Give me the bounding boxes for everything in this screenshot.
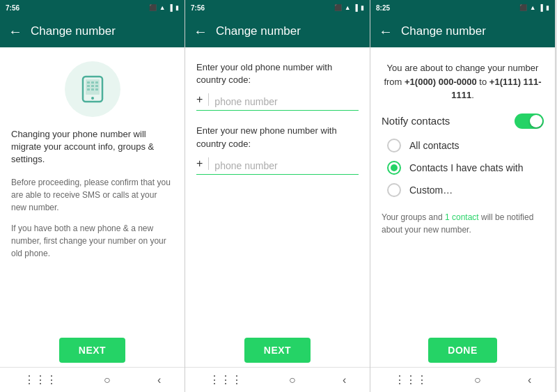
status-bar-1: 7:56 ⬛ ▲ ▐ ▮ [0, 0, 185, 15]
signal-icon-2: ▐ [354, 4, 358, 11]
wifi-icon-2: ▲ [345, 4, 351, 11]
time-3: 8:25 [376, 4, 390, 12]
nav-back-icon-3[interactable]: ‹ [528, 374, 531, 386]
battery-icon-2: ▮ [361, 4, 364, 11]
svg-rect-3 [87, 81, 90, 84]
battery-icon: ▮ [175, 4, 179, 11]
divider-new [208, 157, 209, 170]
nav-bar-1: ⋮⋮⋮ ○ ‹ [0, 367, 185, 392]
info-suffix: . [471, 90, 474, 100]
radio-chats-contacts[interactable]: Contacts I have chats with [382, 161, 544, 175]
status-icons-3: ⬛ ▲ ▐ ▮ [519, 4, 549, 11]
panel-1-content: Changing your phone number will migrate … [0, 47, 185, 329]
radio-label-all: All contacts [409, 140, 460, 151]
back-button-2[interactable]: ← [194, 24, 207, 38]
new-number-section: Enter your new phone number with country… [196, 125, 359, 174]
status-icons-2: ⬛ ▲ ▐ ▮ [334, 4, 364, 11]
panel-1: 7:56 ⬛ ▲ ▐ ▮ ← Change number [0, 0, 185, 392]
sub-text-2: If you have both a new phone & a new num… [11, 222, 173, 260]
old-number-display: +1(000) 000-0000 [405, 77, 477, 87]
photo-icon-3: ⬛ [519, 4, 527, 11]
time-1: 7:56 [6, 4, 19, 12]
old-number-label: Enter your old phone number with country… [196, 61, 359, 86]
back-button-1[interactable]: ← [8, 24, 22, 38]
svg-rect-8 [95, 85, 98, 87]
notify-toggle[interactable] [515, 113, 544, 129]
radio-circle-custom [387, 183, 401, 197]
title-2: Change number [216, 24, 301, 38]
radio-label-chats: Contacts I have chats with [409, 162, 523, 173]
plus-sign-old: + [196, 93, 203, 107]
svg-rect-6 [87, 85, 90, 87]
panel-2-content: Enter your old phone number with country… [185, 47, 370, 329]
info-mid: to [477, 77, 489, 87]
nav-bar-2: ⋮⋮⋮ ○ ‹ [185, 367, 370, 392]
nav-menu-icon-3[interactable]: ⋮⋮⋮ [394, 373, 427, 386]
title-3: Change number [401, 24, 486, 38]
top-bar-2: ← Change number [185, 15, 370, 47]
svg-rect-11 [95, 88, 98, 91]
nav-home-icon-2[interactable]: ○ [289, 374, 296, 386]
svg-rect-4 [91, 81, 94, 84]
plus-sign-new: + [196, 157, 203, 171]
signal-icon-3: ▐ [539, 4, 543, 11]
nav-home-icon-1[interactable]: ○ [104, 374, 111, 386]
done-button[interactable]: DONE [428, 338, 496, 363]
panel-2: 7:56 ⬛ ▲ ▐ ▮ ← Change number Enter your … [185, 0, 370, 392]
divider-old [208, 93, 209, 106]
top-bar-1: ← Change number [0, 15, 185, 47]
sub-text-1: Before proceeding, please confirm that y… [11, 176, 173, 214]
wifi-icon-3: ▲ [530, 4, 536, 11]
radio-circle-all [387, 139, 401, 152]
signal-icon: ▐ [168, 4, 173, 11]
contact-link[interactable]: 1 contact [445, 212, 479, 222]
nav-bar-3: ⋮⋮⋮ ○ ‹ [370, 367, 555, 392]
photo-icon: ⬛ [149, 4, 157, 11]
radio-dot-chats [391, 164, 398, 171]
svg-rect-5 [95, 81, 98, 84]
nav-back-icon-2[interactable]: ‹ [343, 374, 346, 386]
old-number-input-row[interactable]: + phone number [196, 93, 359, 111]
top-bar-3: ← Change number [370, 15, 555, 47]
radio-custom[interactable]: Custom… [382, 183, 544, 197]
nav-menu-icon-1[interactable]: ⋮⋮⋮ [24, 373, 57, 386]
back-button-3[interactable]: ← [379, 24, 393, 38]
new-number-label: Enter your new phone number with country… [196, 125, 359, 150]
photo-icon-2: ⬛ [334, 4, 342, 11]
status-bar-3: 8:25 ⬛ ▲ ▐ ▮ [370, 0, 555, 15]
battery-icon-3: ▮ [546, 4, 549, 11]
bottom-area-2: NEXT [185, 329, 370, 367]
change-info-text: You are about to change your number from… [382, 61, 544, 102]
radio-all-contacts[interactable]: All contacts [382, 139, 544, 152]
phone-icon-circle [65, 61, 120, 117]
next-button-2[interactable]: NEXT [244, 338, 311, 363]
time-2: 7:56 [191, 4, 205, 12]
svg-rect-10 [91, 88, 94, 91]
wifi-icon: ▲ [159, 4, 166, 11]
status-bar-2: 7:56 ⬛ ▲ ▐ ▮ [185, 0, 370, 15]
panel-3-content: You are about to change your number from… [370, 47, 555, 329]
next-button-1[interactable]: NEXT [59, 338, 125, 363]
bottom-area-1: NEXT [0, 329, 185, 367]
new-number-input-row[interactable]: + phone number [196, 157, 359, 175]
old-number-placeholder[interactable]: phone number [214, 96, 359, 107]
icon-area [11, 61, 173, 117]
nav-back-icon-1[interactable]: ‹ [157, 374, 161, 386]
svg-point-2 [91, 97, 94, 100]
panel-3: 8:25 ⬛ ▲ ▐ ▮ ← Change number You are abo… [370, 0, 556, 392]
svg-rect-7 [91, 85, 94, 87]
main-text-1: Changing your phone number will migrate … [11, 128, 173, 166]
title-1: Change number [31, 24, 116, 38]
toggle-knob [530, 115, 542, 127]
notify-label: Notify contacts [382, 115, 450, 127]
nav-home-icon-3[interactable]: ○ [474, 374, 481, 386]
radio-circle-chats [387, 161, 401, 175]
bottom-area-3: DONE [370, 329, 555, 367]
phone-change-icon [76, 72, 109, 106]
status-icons-1: ⬛ ▲ ▐ ▮ [149, 4, 179, 11]
new-number-placeholder[interactable]: phone number [214, 160, 359, 171]
old-number-section: Enter your old phone number with country… [196, 61, 359, 111]
radio-label-custom: Custom… [409, 185, 453, 196]
nav-menu-icon-2[interactable]: ⋮⋮⋮ [209, 373, 242, 386]
groups-text-prefix: Your groups and [382, 212, 445, 222]
